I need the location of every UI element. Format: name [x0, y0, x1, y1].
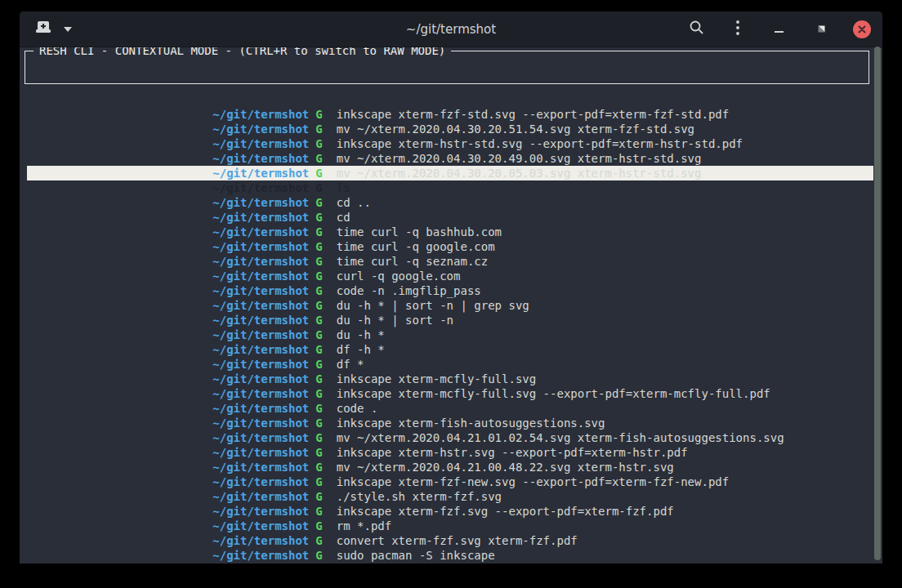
history-command: du -h * | sort -n | grep svg	[337, 299, 529, 312]
history-pwd: ~/git/termshot	[212, 387, 309, 400]
git-indicator: G	[315, 416, 322, 430]
menu-button[interactable]	[728, 20, 748, 39]
scrollbar[interactable]	[874, 47, 881, 560]
git-indicator: G	[315, 461, 322, 474]
resh-query-input[interactable]	[32, 60, 862, 75]
resh-search-box[interactable]: RESH CLI - CONTEXTUAL MODE - (CTRL+R to …	[25, 51, 869, 84]
git-indicator: G	[315, 534, 322, 547]
history-pwd: ~/git/termshot	[212, 416, 309, 430]
git-indicator: G	[315, 431, 322, 444]
git-indicator: G	[315, 167, 322, 180]
history-pwd: ~/git/termshot	[212, 314, 309, 327]
history-pwd: ~/git/termshot	[212, 358, 309, 371]
history-command: df *	[337, 358, 364, 371]
git-indicator: G	[315, 549, 322, 562]
history-command: time curl -q seznam.cz	[337, 255, 488, 268]
history-command: ./style.sh xterm-fzf.svg	[337, 490, 502, 503]
history-pwd: ~/git/termshot	[212, 549, 309, 562]
history-pwd: ~/git/termshot	[212, 446, 309, 459]
history-pwd: ~/git/termshot	[212, 284, 309, 297]
git-indicator: G	[315, 196, 322, 209]
history-pwd: ~/git/termshot	[212, 461, 309, 474]
git-indicator: G	[315, 519, 322, 532]
history-command: rm *.pdf	[337, 519, 391, 532]
git-indicator: G	[315, 328, 322, 341]
history-command: mv ~/xterm.2020.04.30.20.49.00.svg xterm…	[337, 152, 702, 165]
search-button[interactable]	[686, 20, 706, 39]
history-command: inkscape xterm-fzf-new.svg --export-pdf=…	[337, 475, 729, 488]
git-indicator: G	[315, 446, 322, 459]
history-command: inkscape xterm-fish-autosuggestions.svg	[337, 416, 605, 430]
history-command: inkscape xterm-fzf-std.svg --export-pdf=…	[337, 108, 729, 121]
history-command: mv ~/xterm.2020.04.21.00.48.22.svg xterm…	[337, 461, 674, 474]
git-indicator: G	[315, 255, 322, 268]
history-pwd: ~/git/termshot	[212, 343, 309, 356]
window-title: ~/git/termshot	[406, 22, 496, 37]
history-command: du -h * | sort -n	[337, 314, 453, 327]
close-button[interactable]	[853, 20, 871, 38]
restore-icon	[817, 21, 826, 37]
history-pwd: ~/git/termshot	[212, 505, 309, 518]
history-pwd: ~/git/termshot	[212, 152, 309, 165]
git-indicator: G	[315, 152, 322, 165]
history-command: inkscape xterm-hstr-std.svg --export-pdf…	[337, 137, 743, 150]
history-pwd: ~/git/termshot	[212, 108, 309, 121]
restore-button[interactable]	[811, 20, 831, 39]
history-command: code -n .imgflip_pass	[337, 284, 481, 297]
history-command: time curl -q google.com	[337, 240, 495, 253]
kebab-menu-icon	[735, 20, 740, 39]
history-pwd: ~/git/termshot	[212, 475, 309, 488]
history-command: mv ~/xterm.2020.04.21.01.02.54.svg xterm…	[337, 431, 784, 444]
git-indicator: G	[315, 505, 322, 518]
history-pwd: ~/git/termshot	[212, 519, 309, 532]
history-row[interactable]: ~/git/termshotGinkscape xterm-fzf-std.sv…	[27, 92, 873, 107]
git-indicator: G	[315, 387, 322, 400]
titlebar: ~/git/termshot	[20, 11, 882, 47]
git-indicator: G	[315, 108, 322, 121]
history-pwd: ~/git/termshot	[212, 299, 309, 312]
history-pwd: ~/git/termshot	[212, 167, 309, 180]
minimize-button[interactable]	[770, 20, 789, 39]
terminal-window: ~/git/termshot	[20, 11, 882, 564]
new-tab-button[interactable]	[33, 19, 54, 40]
history-pwd: ~/git/termshot	[212, 255, 309, 268]
history-list: ~/git/termshotGinkscape xterm-fzf-std.sv…	[27, 92, 873, 563]
git-indicator: G	[315, 270, 322, 283]
resh-header: RESH CLI - CONTEXTUAL MODE - (CTRL+R to …	[33, 47, 451, 59]
history-pwd: ~/git/termshot	[212, 137, 309, 150]
history-pwd: ~/git/termshot	[212, 490, 309, 503]
new-tab-terminal-icon	[35, 20, 51, 38]
git-indicator: G	[315, 358, 322, 371]
history-pwd: ~/git/termshot	[212, 328, 309, 341]
history-command: du -h *	[337, 328, 385, 341]
history-pwd: ~/git/termshot	[212, 181, 309, 194]
history-command: inkscape xterm-hstr.svg --export-pdf=xte…	[337, 446, 688, 459]
history-command: inkscape xterm-mcfly-full.svg	[337, 372, 536, 385]
git-indicator: G	[315, 299, 322, 312]
history-command: ls	[337, 181, 351, 194]
history-command: sudo pacman -S inkscape	[337, 549, 495, 562]
git-indicator: G	[315, 137, 322, 150]
history-pwd: ~/git/termshot	[212, 270, 309, 283]
history-command: inkscape xterm-mcfly-full.svg --export-p…	[337, 387, 770, 400]
history-command: cd	[337, 211, 351, 224]
history-pwd: ~/git/termshot	[212, 372, 309, 385]
close-icon	[858, 21, 866, 37]
history-pwd: ~/git/termshot	[212, 402, 309, 415]
git-indicator: G	[315, 372, 322, 385]
history-command: df -h *	[337, 343, 385, 356]
git-indicator: G	[315, 490, 322, 503]
history-pwd: ~/git/termshot	[212, 240, 309, 253]
search-icon	[689, 20, 704, 38]
chevron-down-icon[interactable]	[64, 27, 72, 32]
history-command: curl -q google.com	[337, 270, 461, 283]
history-command: convert xterm-fzf.svg xterm-fzf.pdf	[337, 534, 578, 547]
git-indicator: G	[315, 314, 322, 327]
git-indicator: G	[315, 211, 322, 224]
terminal-content: RESH CLI - CONTEXTUAL MODE - (CTRL+R to …	[20, 47, 882, 564]
history-pwd: ~/git/termshot	[212, 122, 309, 136]
history-command: time curl -q bashhub.com	[337, 225, 502, 238]
history-command: mv ~/xterm.2020.04.30.20.05.03.svg xterm…	[337, 167, 702, 180]
git-indicator: G	[315, 343, 322, 356]
history-command: mv ~/xterm.2020.04.30.20.51.54.svg xterm…	[337, 122, 694, 136]
